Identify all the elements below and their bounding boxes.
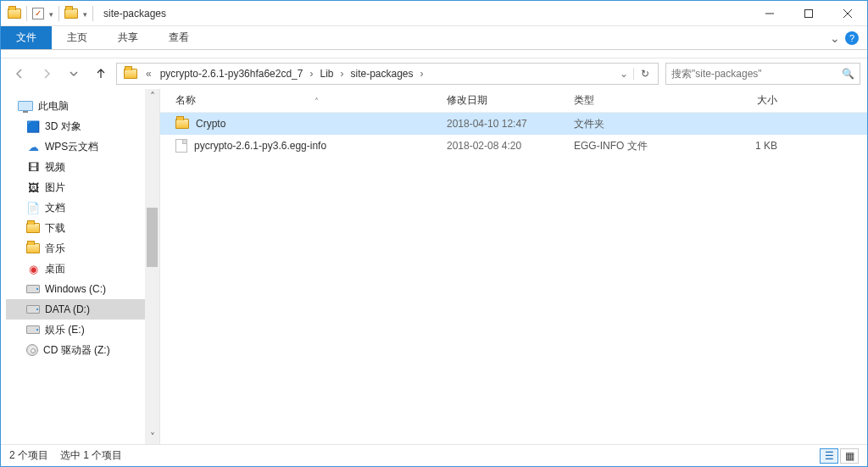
tree-label: 视频 xyxy=(45,160,65,175)
address-bar[interactable]: pycrypto-2.6.1-py36hfa6e2cd_7 Lib site-p… xyxy=(116,63,659,85)
qat-sep xyxy=(58,6,59,21)
tree-music[interactable]: 音乐 xyxy=(6,238,159,259)
tree-drive-e[interactable]: 娱乐 (E:) xyxy=(6,320,159,340)
document-icon: 📄 xyxy=(26,201,40,214)
hdd-icon xyxy=(26,305,40,314)
nav-up-button[interactable] xyxy=(89,62,113,86)
qat-sep xyxy=(26,6,27,21)
sidebar-scrollbar[interactable]: ˄ ˅ xyxy=(145,89,159,444)
scroll-up-button[interactable]: ˄ xyxy=(145,89,159,103)
address-history-dropdown[interactable]: ⌄ xyxy=(615,68,633,80)
address-folder-icon xyxy=(124,69,137,79)
app-folder-icon xyxy=(8,8,21,19)
qat-checkbox-icon[interactable]: ✓ xyxy=(32,8,44,19)
monitor-icon xyxy=(18,101,33,111)
sort-asc-icon xyxy=(247,95,319,107)
tree-label: 图片 xyxy=(45,181,65,195)
tab-home[interactable]: 主页 xyxy=(52,26,103,49)
column-header-name[interactable]: 名称 xyxy=(175,93,447,108)
file-name: Crypto xyxy=(196,118,225,130)
chevron-right-icon[interactable] xyxy=(419,68,426,80)
window-controls xyxy=(750,1,867,25)
tree-drive-d[interactable]: DATA (D:) xyxy=(6,299,159,320)
tree-cd-drive-z[interactable]: CD 驱动器 (Z:) xyxy=(6,340,159,360)
tree-drive-c[interactable]: Windows (C:) xyxy=(6,279,159,299)
qat-sep xyxy=(92,6,93,21)
explorer-window: ✓ site-packages 文件 主页 共享 查看 ? xyxy=(0,0,868,467)
file-row[interactable]: Crypto 2018-04-10 12:47 文件夹 xyxy=(160,113,867,135)
tree-label: 桌面 xyxy=(45,262,65,276)
tree-desktop[interactable]: ◉桌面 xyxy=(6,259,159,279)
picture-icon: 🖼 xyxy=(26,181,40,194)
search-box[interactable]: 🔍 xyxy=(665,63,860,85)
tree-3d-objects[interactable]: 🟦3D 对象 xyxy=(6,116,159,136)
nav-back-button[interactable] xyxy=(8,62,31,86)
maximize-button[interactable] xyxy=(789,1,828,25)
breadcrumb-seg-2[interactable]: site-packages xyxy=(345,64,418,84)
tab-file[interactable]: 文件 xyxy=(1,26,52,49)
tree-this-pc[interactable]: 此电脑 xyxy=(6,96,159,116)
tree-videos[interactable]: 🎞视频 xyxy=(6,157,159,177)
breadcrumb-seg-1[interactable]: Lib xyxy=(314,64,338,84)
file-name: pycrypto-2.6.1-py3.6.egg-info xyxy=(194,140,326,152)
tab-view[interactable]: 查看 xyxy=(153,26,204,49)
film-icon: 🎞 xyxy=(26,160,40,174)
tree-label: Windows (C:) xyxy=(45,283,106,295)
nav-forward-button[interactable] xyxy=(35,62,58,86)
search-input[interactable] xyxy=(671,68,842,80)
file-rows: Crypto 2018-04-10 12:47 文件夹 pycrypto-2.6… xyxy=(160,113,867,444)
file-icon xyxy=(175,139,187,153)
title-dropdown-icon[interactable] xyxy=(83,8,87,19)
column-header-date[interactable]: 修改日期 xyxy=(447,93,574,108)
music-folder-icon xyxy=(26,243,40,253)
search-icon[interactable]: 🔍 xyxy=(842,68,854,80)
tree-downloads[interactable]: 下载 xyxy=(6,218,159,238)
column-header-type[interactable]: 类型 xyxy=(574,93,701,108)
help-icon[interactable]: ? xyxy=(845,31,859,45)
scroll-thumb[interactable] xyxy=(147,208,158,267)
tree-label: 下载 xyxy=(45,221,65,236)
chevron-right-icon[interactable] xyxy=(338,68,345,80)
tab-share[interactable]: 共享 xyxy=(103,26,153,49)
column-headers: 名称 修改日期 类型 大小 xyxy=(160,89,867,113)
column-header-size[interactable]: 大小 xyxy=(701,93,777,108)
nav-recent-dropdown[interactable] xyxy=(62,62,86,86)
view-large-icons-button[interactable]: ▦ xyxy=(840,448,859,464)
window-title: site-packages xyxy=(103,8,166,19)
close-button[interactable] xyxy=(828,1,867,25)
titlebar: ✓ site-packages xyxy=(1,1,867,26)
tree-label: 娱乐 (E:) xyxy=(45,323,85,337)
refresh-button[interactable]: ↻ xyxy=(633,68,656,80)
folder-icon xyxy=(175,119,189,129)
title-folder-icon xyxy=(64,8,78,19)
file-row[interactable]: pycrypto-2.6.1-py3.6.egg-info 2018-02-08… xyxy=(160,135,867,157)
tree-label: DATA (D:) xyxy=(45,303,90,315)
chevron-right-icon[interactable] xyxy=(308,68,314,80)
file-date: 2018-02-08 4:20 xyxy=(447,140,574,152)
scroll-down-button[interactable]: ˅ xyxy=(145,430,159,444)
breadcrumb-seg-0[interactable]: pycrypto-2.6.1-py36hfa6e2cd_7 xyxy=(155,64,309,84)
ribbon-collapse-icon[interactable] xyxy=(830,31,840,45)
hdd-icon xyxy=(26,325,40,334)
status-selected-count: 选中 1 个项目 xyxy=(60,448,122,463)
tree-label: 音乐 xyxy=(45,242,65,256)
ribbon-tabs: 文件 主页 共享 查看 ? xyxy=(1,26,867,50)
tree-label: 3D 对象 xyxy=(45,120,81,134)
content-area: 此电脑 🟦3D 对象 ☁WPS云文档 🎞视频 🖼图片 📄文档 下载 音乐 ◉桌面… xyxy=(1,89,867,444)
file-size: 1 KB xyxy=(701,140,777,152)
tree-label: 文档 xyxy=(45,201,65,215)
minimize-button[interactable] xyxy=(750,1,789,25)
desktop-icon: ◉ xyxy=(26,262,40,275)
status-bar: 2 个项目 选中 1 个项目 ☰ ▦ xyxy=(1,444,867,466)
qat-dropdown-icon[interactable] xyxy=(49,8,53,19)
file-type: 文件夹 xyxy=(574,117,701,131)
cube-icon: 🟦 xyxy=(26,120,40,133)
breadcrumb-overflow-icon[interactable] xyxy=(141,68,155,80)
nav-tree: 此电脑 🟦3D 对象 ☁WPS云文档 🎞视频 🖼图片 📄文档 下载 音乐 ◉桌面… xyxy=(1,89,159,367)
file-type: EGG-INFO 文件 xyxy=(574,139,701,153)
tree-wps-cloud[interactable]: ☁WPS云文档 xyxy=(6,136,159,157)
navigation-bar: pycrypto-2.6.1-py36hfa6e2cd_7 Lib site-p… xyxy=(1,58,867,89)
view-details-button[interactable]: ☰ xyxy=(820,448,838,464)
tree-pictures[interactable]: 🖼图片 xyxy=(6,177,159,197)
tree-documents[interactable]: 📄文档 xyxy=(6,197,159,218)
